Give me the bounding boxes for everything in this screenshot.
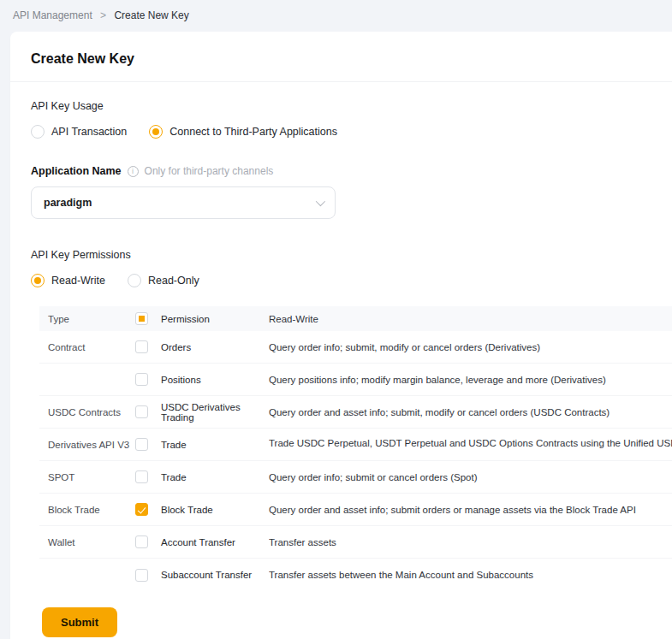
row-checkbox[interactable] xyxy=(135,470,148,483)
row-permission: Trade xyxy=(161,472,269,482)
info-icon: i xyxy=(128,166,139,177)
table-row: Derivatives API V3 Trade Trade USDC Perp… xyxy=(39,429,672,461)
table-row: Subaccount Transfer Transfer assets betw… xyxy=(39,559,672,591)
breadcrumb-current: Create New Key xyxy=(114,9,188,21)
row-description: Query order and asset info; submit, modi… xyxy=(269,407,672,417)
row-description: Trade USDC Perpetual, USDT Perpetual and… xyxy=(269,438,672,452)
api-key-permissions-label: API Key Permissions xyxy=(31,249,672,261)
application-name-label-row: Application Name i Only for third-party … xyxy=(31,165,672,177)
radio-api-transaction[interactable]: API Transaction xyxy=(31,125,127,139)
table-row: SPOT Trade Query order info; submit or c… xyxy=(39,461,672,494)
table-row: USDC Contracts USDC Derivatives Trading … xyxy=(39,396,672,429)
table-row: Positions Query positions info; modify m… xyxy=(39,364,672,396)
row-permission: Account Transfer xyxy=(161,537,269,547)
api-key-usage-label: API Key Usage xyxy=(31,100,672,112)
row-type: Wallet xyxy=(39,537,135,547)
row-description: Query order and asset info; submit order… xyxy=(269,505,672,515)
table-header-row: Type Permission Read-Write xyxy=(39,306,672,331)
radio-third-party-label[interactable]: Connect to Third-Party Applications xyxy=(169,126,337,138)
breadcrumb-separator: > xyxy=(100,9,106,21)
row-type: Contract xyxy=(39,342,135,352)
select-all-checkbox[interactable] xyxy=(135,312,148,325)
api-key-usage-section: API Key Usage API Transaction Connect to… xyxy=(31,100,672,139)
row-checkbox[interactable] xyxy=(135,373,148,386)
row-permission: Subaccount Transfer xyxy=(161,570,269,580)
row-description: Query positions info; modify margin bala… xyxy=(269,375,672,385)
application-name-label: Application Name xyxy=(31,165,122,177)
row-permission: USDC Derivatives Trading xyxy=(161,402,269,423)
header-permission: Permission xyxy=(161,314,269,324)
radio-read-write-label[interactable]: Read-Write xyxy=(51,275,105,287)
table-row: Wallet Account Transfer Transfer assets xyxy=(39,526,672,559)
header-read-write: Read-Write xyxy=(269,314,672,324)
usage-radio-group: API Transaction Connect to Third-Party A… xyxy=(31,125,672,139)
radio-third-party[interactable]: Connect to Third-Party Applications xyxy=(149,125,337,139)
page-title: Create New Key xyxy=(31,51,651,67)
row-checkbox[interactable] xyxy=(135,569,148,582)
header-type: Type xyxy=(39,314,135,324)
breadcrumb: API Management > Create New Key xyxy=(0,0,672,32)
application-name-select[interactable]: paradigm xyxy=(31,186,336,219)
row-description: Transfer assets xyxy=(269,537,672,547)
row-description: Transfer assets between the Main Account… xyxy=(269,570,672,580)
create-new-key-card: Create New Key API Key Usage API Transac… xyxy=(10,32,672,639)
row-permission: Orders xyxy=(161,342,269,352)
radio-icon[interactable] xyxy=(31,125,45,139)
row-checkbox[interactable] xyxy=(135,535,148,548)
application-name-section: Application Name i Only for third-party … xyxy=(31,165,672,219)
row-permission: Positions xyxy=(161,375,269,385)
api-key-permissions-section: API Key Permissions Read-Write Read-Only… xyxy=(31,249,672,637)
radio-icon[interactable] xyxy=(31,274,45,287)
chevron-down-icon xyxy=(316,197,325,206)
submit-button[interactable]: Submit xyxy=(42,607,117,637)
row-checkbox[interactable] xyxy=(135,438,148,451)
table-row: Block Trade Block Trade Query order and … xyxy=(39,494,672,526)
breadcrumb-api-management[interactable]: API Management xyxy=(13,9,92,21)
card-body: API Key Usage API Transaction Connect to… xyxy=(10,82,672,639)
table-row: Contract Orders Query order info; submit… xyxy=(39,331,672,364)
row-checkbox[interactable] xyxy=(135,405,148,418)
row-permission: Block Trade xyxy=(161,505,269,515)
card-header: Create New Key xyxy=(10,32,672,82)
row-checkbox[interactable] xyxy=(135,340,148,353)
row-type: USDC Contracts xyxy=(39,407,135,417)
row-description: Query order info; submit or cancel order… xyxy=(269,472,672,482)
row-description: Query order info; submit, modify or canc… xyxy=(269,342,672,352)
row-checkbox[interactable] xyxy=(135,503,148,516)
row-type: SPOT xyxy=(39,472,135,482)
radio-icon[interactable] xyxy=(128,274,141,287)
row-description-before: Trade USDC Perpetual, USDT Perpetual and… xyxy=(269,438,672,448)
radio-api-transaction-label[interactable]: API Transaction xyxy=(51,126,127,138)
application-name-selected-value: paradigm xyxy=(44,197,92,209)
radio-icon[interactable] xyxy=(149,125,163,139)
permissions-table: Type Permission Read-Write Contract Orde… xyxy=(39,306,672,591)
row-permission: Trade xyxy=(161,440,269,450)
radio-read-write[interactable]: Read-Write xyxy=(31,274,105,287)
row-type: Derivatives API V3 xyxy=(39,440,135,450)
permissions-radio-group: Read-Write Read-Only xyxy=(31,274,672,287)
radio-read-only[interactable]: Read-Only xyxy=(128,274,199,287)
application-name-hint: Only for third-party channels xyxy=(145,165,274,177)
row-type: Block Trade xyxy=(39,505,135,515)
radio-read-only-label[interactable]: Read-Only xyxy=(148,275,199,287)
